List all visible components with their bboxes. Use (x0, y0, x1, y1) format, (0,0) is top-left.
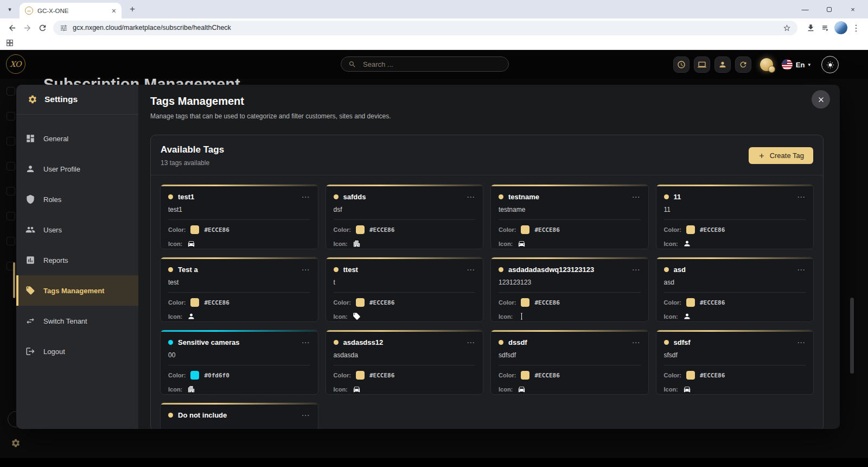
tag-name: asd (674, 266, 793, 274)
language-selector[interactable]: En ▾ (782, 59, 810, 70)
color-label: Color: (334, 299, 351, 306)
sidebar-item-user-profile[interactable]: User Profile (16, 154, 138, 184)
settings-title: Settings (44, 94, 78, 104)
tag-color-hex: #ECCE86 (534, 226, 559, 234)
tag-color-hex: #ECCE86 (204, 299, 229, 306)
browser-tab[interactable]: xo GC-X-ONE × (20, 3, 122, 18)
sidebar-item-users[interactable]: Users (16, 214, 138, 245)
close-button[interactable] (812, 90, 830, 109)
site-info-icon[interactable] (60, 24, 68, 32)
download-icon[interactable] (803, 20, 818, 35)
header-actions: En ▾ (673, 56, 839, 73)
tag-card-dssdf[interactable]: dssdf ⋯ sdfsdf Color: #ECCE86 Icon: (490, 330, 649, 395)
gold-coin-icon[interactable] (760, 58, 773, 71)
app-search[interactable] (341, 56, 509, 72)
color-label: Color: (499, 299, 516, 306)
tag-card-safdds[interactable]: safdds ⋯ dsf Color: #ECCE86 Icon: (326, 184, 484, 249)
sidebar-item-general[interactable]: General (16, 123, 138, 154)
tag-color-hex: #0fd6f0 (204, 372, 229, 379)
tag-menu-button[interactable]: ⋯ (467, 194, 475, 200)
sidebar-item-switch-tenant[interactable]: Switch Tenant (16, 306, 138, 336)
tag-menu-button[interactable]: ⋯ (302, 267, 310, 273)
page-footer (0, 458, 868, 467)
settings-content: Tags Management Manage tags that can be … (138, 85, 840, 429)
tag-menu-button[interactable]: ⋯ (467, 267, 475, 273)
tag-card-testname[interactable]: testname ⋯ testname Color: #ECCE86 Icon: (490, 184, 649, 249)
tag-color-hex: #ECCE86 (369, 299, 394, 306)
icon-label: Icon: (499, 313, 513, 320)
tag-menu-button[interactable]: ⋯ (302, 194, 310, 200)
window-minimize-icon[interactable]: — (793, 0, 817, 18)
apps-grid-icon[interactable] (5, 39, 15, 48)
tag-menu-button[interactable]: ⋯ (302, 340, 310, 345)
refresh-icon (739, 60, 748, 69)
tag-menu-button[interactable]: ⋯ (797, 194, 806, 200)
car-icon (187, 239, 195, 248)
tag-icon (25, 286, 35, 295)
tag-card-test-a[interactable]: Test a ⋯ test Color: #ECCE86 Icon: (160, 257, 318, 322)
tag-card-ttest[interactable]: ttest ⋯ t Color: #ECCE86 Icon: (326, 257, 484, 322)
browser-menu-icon[interactable]: ⋮ (848, 20, 864, 35)
icon-label: Icon: (664, 241, 678, 247)
laptop-button[interactable] (694, 56, 710, 73)
create-tag-button[interactable]: Create Tag (749, 147, 813, 164)
xo-logo[interactable]: XO (6, 54, 25, 74)
tag-menu-button[interactable]: ⋯ (797, 267, 806, 273)
profile-avatar[interactable] (833, 20, 848, 35)
person-button[interactable] (714, 56, 731, 73)
back-icon[interactable] (4, 20, 20, 35)
search-input[interactable] (362, 60, 501, 69)
forward-icon[interactable] (20, 20, 35, 35)
reading-list-icon[interactable] (818, 20, 833, 35)
reload-icon[interactable] (35, 20, 50, 35)
tag-menu-button[interactable]: ⋯ (302, 413, 310, 418)
sidebar-item-roles[interactable]: Roles (16, 184, 138, 214)
tag-name: asdadadasdwq123123123 (508, 266, 627, 274)
tag-menu-button[interactable]: ⋯ (632, 267, 641, 273)
tag-card-11[interactable]: 11 ⋯ 11 Color: #ECCE86 Icon: (656, 184, 814, 249)
tag-card-asd[interactable]: asd ⋯ asd Color: #ECCE86 Icon: (656, 257, 814, 322)
tag-card-sdfsf[interactable]: sdfsf ⋯ sfsdf Color: #ECCE86 Icon: (656, 330, 814, 395)
language-label: En (796, 61, 805, 69)
bookmark-star-icon[interactable] (783, 24, 791, 32)
nav-rail-icon (7, 112, 15, 121)
refresh-button[interactable] (735, 56, 751, 73)
sidebar-item-reports[interactable]: Reports (16, 245, 138, 275)
site-favicon: xo (25, 7, 33, 15)
tag-menu-button[interactable]: ⋯ (632, 194, 641, 200)
window-close-icon[interactable]: × (841, 0, 865, 18)
tag-color-hex: #ECCE86 (534, 299, 559, 306)
app-header: XO En ▾ (0, 50, 868, 79)
tab-close-icon[interactable]: × (112, 7, 116, 15)
sidebar-item-label: Tags Management (43, 287, 104, 295)
tag-menu-button[interactable]: ⋯ (632, 340, 641, 345)
url-bar[interactable]: gcx.nxgen.cloud/marketplace/subscribe/he… (53, 21, 797, 35)
tag-name: test1 (178, 193, 297, 201)
tag-menu-button[interactable]: ⋯ (467, 340, 475, 345)
page-scrollbar[interactable] (850, 298, 854, 374)
url-text[interactable]: gcx.nxgen.cloud/marketplace/subscribe/he… (73, 24, 778, 31)
person-icon (718, 60, 727, 69)
nav-rail-icon (7, 187, 15, 195)
clock-button[interactable] (673, 56, 690, 73)
tag-color-swatch (686, 298, 695, 307)
tag-color-hex: #ECCE86 (369, 226, 394, 234)
tag-color-swatch (686, 371, 695, 380)
tag-accent-bar (656, 257, 814, 259)
tab-search-chevron-icon[interactable]: ▾ (4, 4, 15, 15)
settings-gear-icon[interactable] (11, 438, 21, 448)
tag-card-sensitive-cameras[interactable]: Sensitive cameras ⋯ 00 Color: #0fd6f0 Ic… (160, 330, 318, 395)
sidebar-item-logout[interactable]: Logout (16, 336, 138, 367)
theme-toggle-button[interactable] (821, 56, 839, 73)
tag-card-asdadadasdwq123123123[interactable]: asdadadasdwq123123123 ⋯ 123123123 Color:… (490, 257, 649, 322)
swap-icon (25, 316, 35, 326)
sidebar-item-tags-management[interactable]: Tags Management (16, 275, 138, 306)
window-restore-icon[interactable] (817, 0, 841, 18)
tag-menu-button[interactable]: ⋯ (797, 340, 806, 345)
gear-icon (28, 94, 37, 104)
tag-card-asdasdss12[interactable]: asdasdss12 ⋯ asdasda Color: #ECCE86 Icon… (326, 330, 484, 395)
tag-card-test1[interactable]: test1 ⋯ test1 Color: #ECCE86 Icon: (160, 184, 318, 249)
settings-nav: General User Profile Roles Users Reports… (16, 115, 138, 367)
tag-card-do-not-include[interactable]: Do not include ⋯ (160, 402, 318, 429)
new-tab-button[interactable]: + (126, 3, 139, 16)
